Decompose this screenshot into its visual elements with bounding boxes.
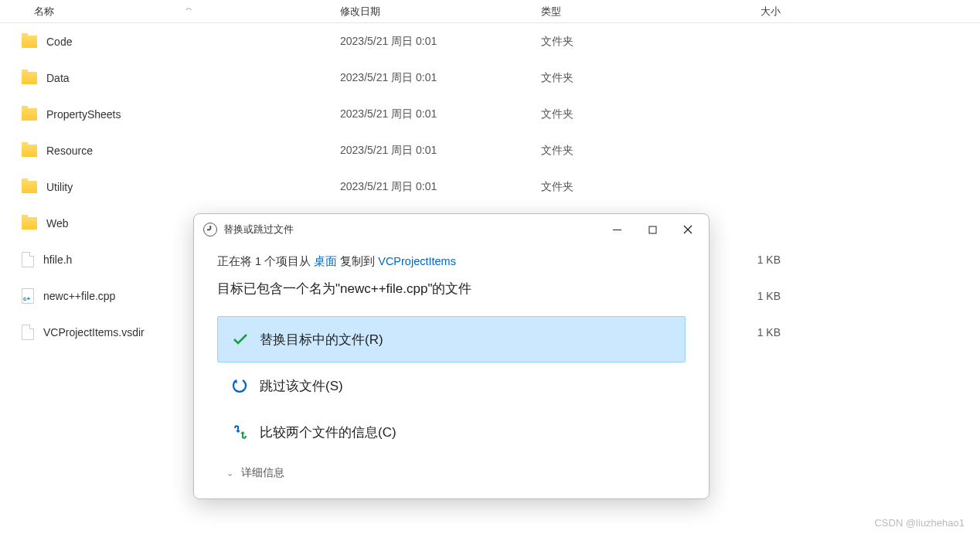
file-icon [22, 252, 34, 267]
skip-option-label: 跳过该文件(S) [260, 377, 343, 395]
cpp-file-icon: c+ [22, 288, 34, 304]
file-size-cell: 1 KB [696, 326, 796, 339]
file-name-label: VCProjectItems.vsdir [43, 326, 145, 339]
file-row[interactable]: Utility2023/5/21 周日 0:01文件夹 [0, 168, 980, 205]
source-link[interactable]: 桌面 [314, 255, 337, 267]
folder-icon [22, 181, 37, 193]
file-row[interactable]: PropertySheets2023/5/21 周日 0:01文件夹 [0, 96, 980, 132]
file-name-label: Utility [46, 181, 73, 193]
column-header-size[interactable]: 大小 [696, 5, 796, 19]
conflict-message: 目标已包含一个名为"newc++file.cpp"的文件 [217, 280, 686, 298]
dialog-body: 正在将 1 个项目从 桌面 复制到 VCProjectItems 目标已包含一个… [194, 245, 709, 498]
file-type-cell: 文件夹 [541, 71, 696, 85]
sort-ascending-icon: ︿ [185, 3, 192, 13]
copy-status-text: 正在将 1 个项目从 桌面 复制到 VCProjectItems [217, 254, 686, 269]
details-toggle[interactable]: ⌄ 详细信息 [217, 455, 686, 483]
folder-icon [22, 145, 37, 157]
window-controls [599, 217, 706, 242]
file-name-label: Resource [46, 145, 93, 157]
folder-icon [22, 108, 37, 121]
file-name-cell: Resource [0, 145, 340, 157]
dialog-title: 替换或跳过文件 [223, 223, 599, 236]
watermark-text: CSDN @liuzhehao1 [874, 517, 965, 529]
file-date-cell: 2023/5/21 周日 0:01 [340, 35, 541, 49]
skip-arrow-icon [232, 377, 249, 394]
column-header-name[interactable]: 名称 ︿ [0, 5, 340, 19]
column-header-date[interactable]: 修改日期 [340, 5, 541, 19]
file-name-cell: Data [0, 72, 340, 84]
folder-icon [22, 217, 37, 230]
file-icon [22, 325, 34, 340]
file-date-cell: 2023/5/21 周日 0:01 [340, 107, 541, 121]
column-name-label: 名称 [34, 5, 54, 19]
file-type-cell: 文件夹 [541, 144, 696, 158]
file-date-cell: 2023/5/21 周日 0:01 [340, 71, 541, 85]
file-date-cell: 2023/5/21 周日 0:01 [340, 180, 541, 194]
compare-icon [232, 424, 249, 441]
replace-option[interactable]: 替换目标中的文件(R) [217, 316, 686, 362]
file-name-label: Code [46, 36, 72, 48]
file-name-label: newc++file.cpp [43, 290, 115, 302]
compare-option[interactable]: 比较两个文件的信息(C) [217, 409, 686, 455]
file-type-cell: 文件夹 [541, 35, 696, 49]
destination-link[interactable]: VCProjectItems [378, 255, 456, 267]
file-row[interactable]: Code2023/5/21 周日 0:01文件夹 [0, 23, 980, 60]
maximize-button[interactable] [635, 217, 670, 242]
file-name-label: Web [46, 217, 69, 230]
file-size-cell: 1 KB [696, 290, 796, 302]
dialog-titlebar: 替换或跳过文件 [194, 214, 709, 245]
minimize-button[interactable] [599, 217, 635, 242]
chevron-down-icon: ⌄ [226, 468, 233, 478]
replace-or-skip-dialog: 替换或跳过文件 正在将 1 个项目从 桌面 复制到 VCProjectItems… [193, 213, 709, 499]
file-date-cell: 2023/5/21 周日 0:01 [340, 144, 541, 158]
file-name-cell: Code [0, 36, 340, 48]
skip-option[interactable]: 跳过该文件(S) [217, 362, 686, 409]
folder-icon [22, 72, 37, 84]
file-name-label: PropertySheets [46, 108, 121, 121]
file-name-cell: PropertySheets [0, 108, 340, 121]
file-name-cell: Utility [0, 181, 340, 193]
column-header-row: 名称 ︿ 修改日期 类型 大小 [0, 0, 980, 23]
file-name-label: Data [46, 72, 70, 84]
details-label: 详细信息 [241, 466, 284, 480]
compare-option-label: 比较两个文件的信息(C) [260, 424, 396, 441]
file-name-label: hfile.h [43, 253, 72, 266]
file-row[interactable]: Data2023/5/21 周日 0:01文件夹 [0, 60, 980, 96]
clock-icon [203, 223, 217, 236]
file-type-cell: 文件夹 [541, 107, 696, 121]
folder-icon [22, 36, 37, 48]
file-type-cell: 文件夹 [541, 180, 696, 194]
column-header-type[interactable]: 类型 [541, 5, 696, 19]
svg-rect-1 [649, 226, 656, 233]
close-button[interactable] [670, 217, 706, 242]
file-size-cell: 1 KB [696, 253, 796, 266]
replace-option-label: 替换目标中的文件(R) [260, 331, 383, 349]
checkmark-icon [232, 331, 249, 348]
file-row[interactable]: Resource2023/5/21 周日 0:01文件夹 [0, 132, 980, 168]
